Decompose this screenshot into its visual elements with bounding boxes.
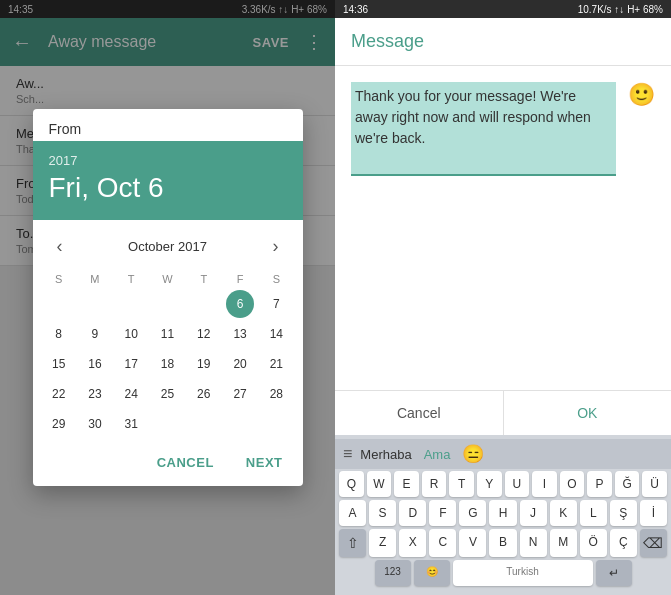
numbers-key[interactable]: 123 bbox=[375, 560, 411, 586]
cal-day-12[interactable]: 12 bbox=[190, 320, 218, 348]
key-c[interactable]: C bbox=[429, 529, 456, 557]
right-time: 14:36 bbox=[343, 4, 368, 15]
cal-day-27[interactable]: 27 bbox=[226, 380, 254, 408]
left-panel: 14:35 3.36K/s ↑↓ H+ 68% ← Away message S… bbox=[0, 0, 335, 595]
cal-day-10[interactable]: 10 bbox=[117, 320, 145, 348]
key-l[interactable]: L bbox=[580, 500, 607, 526]
cal-day-23[interactable]: 23 bbox=[81, 380, 109, 408]
keyboard-suggestion-row: ≡ Merhaba Ama 😑 bbox=[335, 439, 671, 469]
key-u[interactable]: U bbox=[505, 471, 530, 497]
key-z[interactable]: Z bbox=[369, 529, 396, 557]
cal-day-13[interactable]: 13 bbox=[226, 320, 254, 348]
key-v[interactable]: V bbox=[459, 529, 486, 557]
suggestion-3[interactable]: 😑 bbox=[462, 443, 484, 465]
cal-day-21[interactable]: 21 bbox=[262, 350, 290, 378]
cal-day-16[interactable]: 16 bbox=[81, 350, 109, 378]
cal-day-empty bbox=[190, 410, 218, 438]
calendar-week-2: 8 9 10 11 12 13 14 bbox=[41, 319, 295, 349]
cal-day-empty bbox=[153, 290, 181, 318]
key-n[interactable]: N bbox=[520, 529, 547, 557]
emoji-keyboard-key[interactable]: 😊 bbox=[414, 560, 450, 586]
cal-day-empty bbox=[81, 290, 109, 318]
calendar-week-4: 22 23 24 25 26 27 28 bbox=[41, 379, 295, 409]
message-area: Thank you for your message! We're away r… bbox=[335, 66, 671, 390]
emoji-button[interactable]: 🙂 bbox=[628, 82, 655, 108]
dialog-actions: CANCEL NEXT bbox=[33, 439, 303, 486]
backspace-key[interactable]: ⌫ bbox=[640, 529, 667, 557]
cal-day-31[interactable]: 31 bbox=[117, 410, 145, 438]
key-o[interactable]: O bbox=[560, 471, 585, 497]
ok-button[interactable]: OK bbox=[504, 391, 672, 435]
cal-day-11[interactable]: 11 bbox=[153, 320, 181, 348]
key-k[interactable]: K bbox=[550, 500, 577, 526]
keyboard-menu-icon[interactable]: ≡ bbox=[343, 445, 352, 463]
keyboard-suggestions: Merhaba Ama 😑 bbox=[360, 443, 663, 465]
key-u-umlaut[interactable]: Ü bbox=[642, 471, 667, 497]
right-status-bar: 14:36 10.7K/s ↑↓ H+ 68% bbox=[335, 0, 671, 18]
day-header-sun: S bbox=[41, 269, 77, 289]
day-headers-row: S M T W T F S bbox=[41, 269, 295, 289]
key-rows: Q W E R T Y U I O P Ğ Ü A S D F G H bbox=[335, 469, 671, 591]
key-e[interactable]: E bbox=[394, 471, 419, 497]
cal-day-24[interactable]: 24 bbox=[117, 380, 145, 408]
key-g-breve[interactable]: Ğ bbox=[615, 471, 640, 497]
cal-day-19[interactable]: 19 bbox=[190, 350, 218, 378]
cancel-button[interactable]: Cancel bbox=[335, 391, 504, 435]
suggestion-1[interactable]: Merhaba bbox=[360, 447, 411, 462]
cal-day-6[interactable]: 6 bbox=[226, 290, 254, 318]
from-label: From bbox=[33, 109, 303, 141]
cal-day-20[interactable]: 20 bbox=[226, 350, 254, 378]
cal-day-22[interactable]: 22 bbox=[45, 380, 73, 408]
key-h[interactable]: H bbox=[489, 500, 516, 526]
cal-day-8[interactable]: 8 bbox=[45, 320, 73, 348]
cal-day-empty bbox=[226, 410, 254, 438]
day-header-sat: S bbox=[258, 269, 294, 289]
cal-day-17[interactable]: 17 bbox=[117, 350, 145, 378]
cal-day-26[interactable]: 26 bbox=[190, 380, 218, 408]
key-s-cedilla[interactable]: Ş bbox=[610, 500, 637, 526]
key-y[interactable]: Y bbox=[477, 471, 502, 497]
suggestion-2[interactable]: Ama bbox=[424, 447, 451, 462]
cal-day-9[interactable]: 9 bbox=[81, 320, 109, 348]
key-d[interactable]: D bbox=[399, 500, 426, 526]
cal-day-25[interactable]: 25 bbox=[153, 380, 181, 408]
key-m[interactable]: M bbox=[550, 529, 577, 557]
cal-day-30[interactable]: 30 bbox=[81, 410, 109, 438]
key-i-dotted[interactable]: İ bbox=[640, 500, 667, 526]
cal-day-7[interactable]: 7 bbox=[262, 290, 290, 318]
cal-day-29[interactable]: 29 bbox=[45, 410, 73, 438]
key-i[interactable]: I bbox=[532, 471, 557, 497]
key-w[interactable]: W bbox=[367, 471, 392, 497]
date-picker-dialog: From 2017 Fri, Oct 6 ‹ October 2017 › S … bbox=[33, 109, 303, 486]
day-header-fri: F bbox=[222, 269, 258, 289]
key-j[interactable]: J bbox=[520, 500, 547, 526]
cal-day-28[interactable]: 28 bbox=[262, 380, 290, 408]
space-key[interactable]: Turkish bbox=[453, 560, 593, 586]
calendar-week-3: 15 16 17 18 19 20 21 bbox=[41, 349, 295, 379]
key-o-umlaut[interactable]: Ö bbox=[580, 529, 607, 557]
key-x[interactable]: X bbox=[399, 529, 426, 557]
enter-key[interactable]: ↵ bbox=[596, 560, 632, 586]
message-input[interactable]: Thank you for your message! We're away r… bbox=[351, 82, 616, 176]
next-button[interactable]: NEXT bbox=[238, 451, 291, 474]
next-month-button[interactable]: › bbox=[265, 232, 287, 261]
cal-day-14[interactable]: 14 bbox=[262, 320, 290, 348]
key-s[interactable]: S bbox=[369, 500, 396, 526]
right-toolbar-title: Message bbox=[351, 31, 424, 52]
shift-key[interactable]: ⇧ bbox=[339, 529, 366, 557]
key-row-3: ⇧ Z X C V B N M Ö Ç ⌫ bbox=[339, 529, 667, 557]
key-g[interactable]: G bbox=[459, 500, 486, 526]
cancel-button[interactable]: CANCEL bbox=[149, 451, 222, 474]
key-r[interactable]: R bbox=[422, 471, 447, 497]
key-b[interactable]: B bbox=[489, 529, 516, 557]
key-q[interactable]: Q bbox=[339, 471, 364, 497]
key-f[interactable]: F bbox=[429, 500, 456, 526]
key-p[interactable]: P bbox=[587, 471, 612, 497]
key-a[interactable]: A bbox=[339, 500, 366, 526]
cal-day-18[interactable]: 18 bbox=[153, 350, 181, 378]
prev-month-button[interactable]: ‹ bbox=[49, 232, 71, 261]
cal-day-empty bbox=[117, 290, 145, 318]
key-c-cedilla[interactable]: Ç bbox=[610, 529, 637, 557]
key-t[interactable]: T bbox=[449, 471, 474, 497]
cal-day-15[interactable]: 15 bbox=[45, 350, 73, 378]
